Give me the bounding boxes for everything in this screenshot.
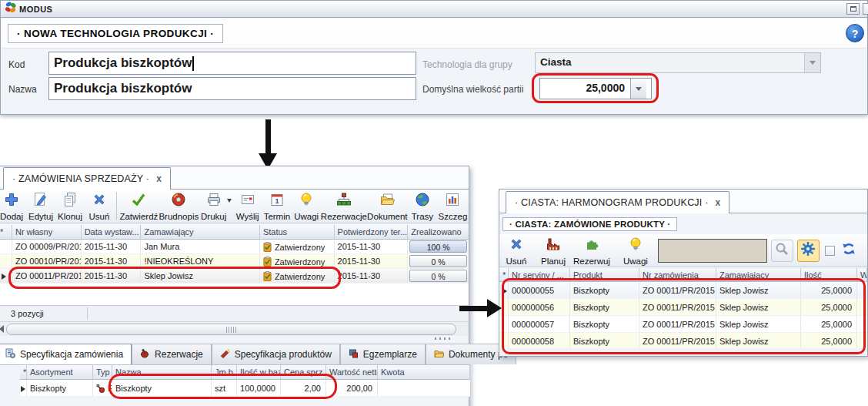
column-header-marker[interactable]: * bbox=[0, 225, 12, 240]
uwagi-button[interactable]: Uwagi bbox=[292, 190, 321, 223]
detail-tabs: Specyfikacja zamówienia Rezerwacje Specy… bbox=[0, 344, 470, 365]
close-tab-icon[interactable]: x bbox=[156, 173, 162, 184]
column-header-nr-seryjny[interactable]: Nr seryjny / ... bbox=[509, 268, 570, 282]
column-header-cena[interactable]: Cena sprz... bbox=[281, 365, 326, 380]
tab-egzemplarze[interactable]: Egzemplarze bbox=[340, 344, 426, 364]
trasy-button[interactable]: Trasy bbox=[408, 190, 437, 223]
statusbar-divider bbox=[87, 307, 88, 320]
status-label: Zatwierdzony bbox=[275, 257, 325, 267]
svg-text:1: 1 bbox=[275, 197, 279, 205]
column-header-ilosc[interactable]: Ilość w baz... bbox=[237, 365, 281, 380]
scroll-left-icon[interactable] bbox=[0, 325, 4, 333]
factory-icon bbox=[546, 237, 561, 255]
table-row[interactable]: 000000057 Biszkopty ZO 00011/PR/2015 Skl… bbox=[499, 316, 867, 333]
table-row[interactable]: 000000056 Biszkopty ZO 00011/PR/2015 Skl… bbox=[499, 299, 867, 316]
tab-zamowienia-sprzedazy[interactable]: · ZAMÓWIENIA SPRZEDAŻY · x bbox=[3, 167, 171, 190]
zatwierdz-button[interactable]: Zatwierdź bbox=[119, 190, 159, 223]
printer-icon bbox=[206, 192, 222, 210]
chevron-down-icon[interactable] bbox=[630, 79, 646, 99]
help-button[interactable]: ? bbox=[846, 24, 864, 42]
column-header-marker[interactable]: * bbox=[499, 268, 509, 282]
column-header-status[interactable]: Status bbox=[260, 225, 335, 240]
rezerwacje-button[interactable]: Rezerwacje bbox=[321, 190, 367, 223]
column-header-nr-zamowienia[interactable]: Nr zamówienia bbox=[639, 268, 716, 282]
termin-button[interactable]: 1 Termin bbox=[262, 190, 292, 223]
rezerwuj-button[interactable]: Rezerwuj bbox=[569, 234, 614, 267]
flow-arrow-right bbox=[459, 297, 502, 319]
brudnopis-button[interactable]: Brudnopis bbox=[159, 190, 199, 223]
table-row[interactable]: ZO 00010/PR/2015 2015-11-30 !NIEOKREŚLON… bbox=[0, 254, 469, 269]
progress-button[interactable]: 0 % bbox=[409, 255, 467, 267]
dodaj-button[interactable]: Dodaj bbox=[0, 190, 26, 223]
tab-specyfikacja-produktow[interactable]: Specyfikacja produktów bbox=[212, 344, 340, 364]
column-header-nr-wlasny[interactable]: Nr własny bbox=[12, 225, 82, 240]
drukuj-button[interactable]: Drukuj bbox=[199, 190, 229, 223]
column-header-w[interactable]: W bbox=[857, 268, 867, 282]
settings-button[interactable] bbox=[797, 240, 820, 262]
grupa-dropdown[interactable]: Ciasta bbox=[535, 52, 821, 73]
column-header-zamawiajacy[interactable]: Zamawiający bbox=[716, 268, 801, 282]
column-header-typ[interactable]: Typ bbox=[93, 365, 112, 380]
table-row-selected[interactable]: 000000055 Biszkopty ZO 00011/PR/2015 Skl… bbox=[499, 282, 867, 299]
edytuj-button[interactable]: Edytuj bbox=[26, 190, 55, 223]
usun-button[interactable]: Usuń bbox=[501, 234, 532, 267]
kod-label: Kod bbox=[8, 59, 25, 70]
spec-order-icon bbox=[5, 348, 15, 361]
partia-spinner[interactable]: 25,0000 bbox=[539, 78, 652, 99]
nazwa-input[interactable]: Produkcja biszkoptów bbox=[48, 77, 416, 100]
row-count: 3 pozycji bbox=[11, 309, 44, 318]
tab-ciasta-harmonogram[interactable]: · CIASTA: HARMONOGRAM PRODUKCJI · x bbox=[506, 191, 729, 213]
klonuj-button[interactable]: Klonuj bbox=[55, 190, 85, 223]
column-header-kwota[interactable]: Kwota bbox=[378, 365, 470, 380]
delete-icon bbox=[92, 192, 107, 210]
refresh-icon[interactable] bbox=[841, 241, 856, 260]
search-button[interactable] bbox=[771, 240, 793, 262]
technology-window: MODUS · NOWA TECHNOLOGIA PRODUKCJI · ? K… bbox=[0, 0, 868, 115]
puzzle-icon bbox=[584, 237, 599, 255]
close-tab-icon[interactable]: x bbox=[716, 197, 721, 208]
column-header-produkt[interactable]: Produkt bbox=[570, 268, 639, 282]
column-header-marker[interactable]: * bbox=[20, 365, 27, 380]
bulb-icon bbox=[628, 237, 643, 255]
partia-value: 25,0000 bbox=[540, 79, 630, 99]
column-header-data[interactable]: Data wystaw... bbox=[82, 225, 142, 240]
tab-label: · CIASTA: HARMONOGRAM PRODUKCJI · bbox=[515, 197, 709, 208]
column-header-asortyment[interactable]: Asortyment bbox=[27, 365, 93, 380]
progress-button[interactable]: 100 % bbox=[409, 240, 467, 253]
tab-specyfikacja-zamowienia[interactable]: Specyfikacja zamówienia bbox=[0, 344, 132, 364]
close-window-button[interactable] bbox=[863, 3, 868, 15]
column-header-nazwa[interactable]: Nazwa bbox=[112, 365, 212, 380]
chevron-down-icon[interactable] bbox=[804, 53, 820, 72]
section-title: · CIASTA: ZAMÓWIONE PRODUKTY · bbox=[502, 217, 677, 231]
filter-checkbox[interactable] bbox=[825, 246, 835, 256]
column-header-termin[interactable]: Potwierdzony ter... bbox=[335, 225, 409, 240]
uwagi-button[interactable]: Uwagi bbox=[619, 234, 652, 267]
restore-window-button[interactable] bbox=[846, 3, 860, 15]
column-header-jm[interactable]: Jm b... bbox=[212, 365, 237, 380]
column-header-zrealizowano[interactable]: Zrealizowano bbox=[408, 225, 469, 240]
kod-input[interactable]: Produkcja biszkoptów bbox=[48, 52, 416, 75]
spec-table-row[interactable]: Biszkopty P Biszkopty szt 100,0000 2,00 … bbox=[20, 380, 470, 397]
tabstrip: · ZAMÓWIENIA SPRZEDAŻY · x bbox=[0, 166, 469, 190]
column-header-wartosc[interactable]: Wartość netto bbox=[326, 365, 378, 380]
column-header-zamawiajacy[interactable]: Zamawiający bbox=[141, 225, 259, 240]
table-row[interactable]: 000000058 Biszkopty ZO 00011/PR/2015 Skl… bbox=[499, 333, 867, 350]
header-strip: · NOWA TECHNOLOGIA PRODUKCJI · ? bbox=[2, 18, 866, 49]
tabstrip: · CIASTA: HARMONOGRAM PRODUKCJI · x bbox=[499, 190, 867, 213]
planuj-button[interactable]: Planuj bbox=[537, 234, 569, 267]
print-dropdown-icon[interactable] bbox=[227, 203, 232, 216]
dokument-button[interactable]: Dokument bbox=[367, 190, 408, 223]
table-row[interactable]: ZO 00009/PR/2015 2015-11-30 Jan Mura Zat… bbox=[0, 240, 469, 254]
horizontal-scrollbar[interactable] bbox=[0, 321, 469, 336]
progress-button[interactable]: 0 % bbox=[409, 270, 467, 282]
szczegoly-button[interactable]: Szczeg bbox=[437, 190, 469, 223]
column-header-ilosc[interactable]: Ilość bbox=[801, 268, 857, 282]
wyslij-button[interactable]: Wyślij bbox=[233, 190, 262, 223]
splitter-dots[interactable] bbox=[435, 337, 452, 340]
scrollbar-thumb[interactable] bbox=[6, 324, 456, 335]
schedule-toolbar: Usuń Planuj Rezerwuj Uwagi bbox=[499, 234, 867, 267]
usun-button[interactable]: Usuń bbox=[85, 190, 114, 223]
tab-rezerwacje[interactable]: Rezerwacje bbox=[132, 344, 212, 364]
search-input[interactable] bbox=[658, 239, 767, 263]
table-row-selected[interactable]: ZO 00011/PR/2015 2015-11-30 Sklep Jowisz… bbox=[0, 269, 469, 284]
